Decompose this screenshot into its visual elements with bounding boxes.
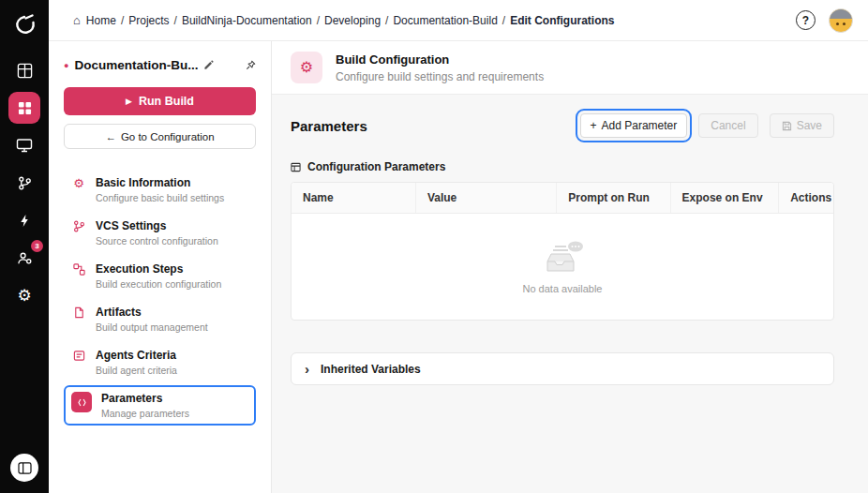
table-header-row: Name Value Prompt on Run Expose on Env A… bbox=[292, 183, 833, 214]
sidebar-item-parameters[interactable]: Parameters Manage parameters bbox=[64, 385, 256, 426]
breadcrumb: ⌂ Home / Projects / BuildNinja-Documenta… bbox=[73, 13, 614, 27]
add-parameter-button[interactable]: + Add Parameter bbox=[580, 113, 688, 138]
avatar-beanie bbox=[830, 9, 852, 19]
breadcrumb-build[interactable]: Documentation-Build bbox=[393, 14, 497, 27]
plus-icon: + bbox=[591, 119, 597, 132]
page-title: Build Configuration bbox=[336, 52, 544, 67]
pin-button[interactable] bbox=[246, 60, 256, 70]
user-settings-icon bbox=[17, 251, 33, 265]
breadcrumb-projects[interactable]: Projects bbox=[128, 14, 169, 27]
section-title: Parameters bbox=[291, 118, 367, 134]
sidebar-item-artifacts[interactable]: Artifacts Build output management bbox=[64, 299, 256, 339]
empty-inbox-icon bbox=[538, 239, 587, 278]
build-config-icon-box: ⚙ bbox=[291, 52, 322, 83]
status-dot-icon: ● bbox=[64, 61, 68, 70]
breadcrumb-separator: / bbox=[502, 14, 505, 27]
menu-item-description: Build agent criteria bbox=[96, 365, 177, 376]
rail-item-projects[interactable] bbox=[8, 92, 40, 124]
run-build-label: Run Build bbox=[139, 95, 194, 108]
breadcrumb-project[interactable]: BuildNinja-Documentation bbox=[182, 14, 312, 27]
cancel-button[interactable]: Cancel bbox=[698, 113, 757, 138]
page-header: ⚙ Build Configuration Configure build se… bbox=[272, 41, 868, 95]
column-header-value: Value bbox=[416, 183, 557, 213]
add-parameter-label: Add Parameter bbox=[602, 119, 678, 132]
monitor-icon bbox=[16, 138, 33, 153]
cancel-label: Cancel bbox=[711, 119, 745, 132]
main-pane: ⚙ Build Configuration Configure build se… bbox=[272, 41, 868, 493]
breadcrumb-subproject[interactable]: Developing bbox=[324, 14, 381, 27]
rail-item-vcs[interactable] bbox=[8, 167, 40, 199]
breadcrumb-home[interactable]: Home bbox=[86, 14, 116, 27]
breadcrumb-separator: / bbox=[121, 14, 124, 27]
back-arrow-icon: ← bbox=[105, 131, 116, 142]
gear-icon: ⚙ bbox=[300, 60, 313, 75]
menu-item-label: Artifacts bbox=[96, 306, 208, 319]
menu-item-label: Basic Information bbox=[96, 176, 224, 189]
inherited-variables-label: Inherited Variables bbox=[321, 363, 421, 376]
breadcrumb-current: Edit Configurations bbox=[510, 14, 614, 27]
gear-icon: ⚙ bbox=[71, 177, 86, 189]
question-mark-icon: ? bbox=[802, 14, 809, 27]
menu-item-description: Source control configuration bbox=[96, 235, 218, 246]
menu-item-description: Manage parameters bbox=[101, 408, 189, 419]
flow-steps-icon bbox=[71, 263, 86, 276]
rail-item-triggers[interactable] bbox=[8, 204, 40, 236]
git-branch-icon bbox=[18, 176, 32, 190]
project-title: Documentation-Bu... bbox=[74, 58, 198, 72]
column-header-expose: Expose on Env bbox=[671, 183, 780, 213]
breadcrumb-separator: / bbox=[317, 14, 320, 27]
menu-item-label: Execution Steps bbox=[96, 262, 221, 276]
sidebar-item-execution-steps[interactable]: Execution Steps Build execution configur… bbox=[64, 256, 256, 296]
home-icon: ⌂ bbox=[73, 13, 81, 27]
rail-item-dashboard[interactable] bbox=[8, 54, 40, 86]
column-header-name: Name bbox=[292, 183, 416, 213]
inherited-variables-toggle[interactable]: › Inherited Variables bbox=[291, 352, 834, 385]
edit-title-button[interactable] bbox=[203, 60, 214, 70]
save-button[interactable]: Save bbox=[770, 113, 834, 138]
sidebar-item-basic-information[interactable]: ⚙ Basic Information Configure basic buil… bbox=[64, 170, 256, 210]
top-bar: ⌂ Home / Projects / BuildNinja-Documenta… bbox=[49, 0, 868, 41]
panel-collapse-icon bbox=[18, 462, 32, 474]
page-subtitle: Configure build settings and requirement… bbox=[336, 70, 544, 83]
rail-item-settings[interactable]: ⚙ bbox=[8, 279, 40, 311]
save-icon bbox=[782, 121, 792, 131]
dashboard-icon bbox=[17, 63, 33, 79]
menu-item-label: Agents Criteria bbox=[96, 349, 177, 362]
git-branch-icon bbox=[71, 220, 86, 232]
help-button[interactable]: ? bbox=[796, 10, 816, 30]
rail-item-users[interactable]: 3 bbox=[8, 242, 40, 274]
empty-state-text: No data available bbox=[522, 283, 602, 294]
play-icon: ▶ bbox=[126, 97, 132, 106]
parameters-table: Name Value Prompt on Run Expose on Env A… bbox=[291, 182, 834, 321]
table-caption: Configuration Parameters bbox=[307, 160, 445, 173]
sidebar-item-vcs-settings[interactable]: VCS Settings Source control configuratio… bbox=[64, 213, 256, 253]
file-icon bbox=[71, 306, 86, 319]
notification-badge: 3 bbox=[31, 240, 43, 252]
app-rail: 3 ⚙ bbox=[0, 0, 49, 493]
column-header-actions: Actions bbox=[779, 183, 833, 213]
app-logo-icon bbox=[8, 8, 40, 40]
menu-item-label: Parameters bbox=[101, 392, 189, 405]
menu-item-description: Build execution configuration bbox=[96, 278, 221, 290]
menu-item-description: Configure basic build settings bbox=[96, 192, 224, 203]
empty-state: No data available bbox=[292, 214, 833, 320]
parameters-icon bbox=[71, 392, 92, 412]
app-window: 3 ⚙ ⌂ Home / Projects / BuildNinja-Docum… bbox=[0, 0, 868, 493]
table-icon bbox=[291, 162, 301, 172]
user-avatar[interactable] bbox=[829, 8, 853, 33]
collapse-sidebar-button[interactable] bbox=[10, 454, 38, 482]
settings-menu: ⚙ Basic Information Configure basic buil… bbox=[64, 170, 256, 426]
sidebar-item-agents-criteria[interactable]: Agents Criteria Build agent criteria bbox=[64, 342, 256, 382]
goto-configuration-label: Go to Configuration bbox=[121, 131, 215, 142]
breadcrumb-separator: / bbox=[174, 14, 177, 27]
build-sidebar: ● Documentation-Bu... ▶ Run Build ← Go t… bbox=[49, 41, 272, 493]
chevron-right-icon: › bbox=[305, 362, 309, 376]
grid-icon bbox=[18, 101, 32, 115]
save-label: Save bbox=[797, 119, 822, 132]
lightning-icon bbox=[19, 214, 31, 228]
gear-icon: ⚙ bbox=[17, 288, 31, 304]
run-build-button[interactable]: ▶ Run Build bbox=[64, 87, 256, 115]
goto-configuration-button[interactable]: ← Go to Configuration bbox=[64, 124, 256, 149]
rail-item-machines[interactable] bbox=[8, 129, 40, 161]
menu-item-label: VCS Settings bbox=[96, 219, 218, 232]
